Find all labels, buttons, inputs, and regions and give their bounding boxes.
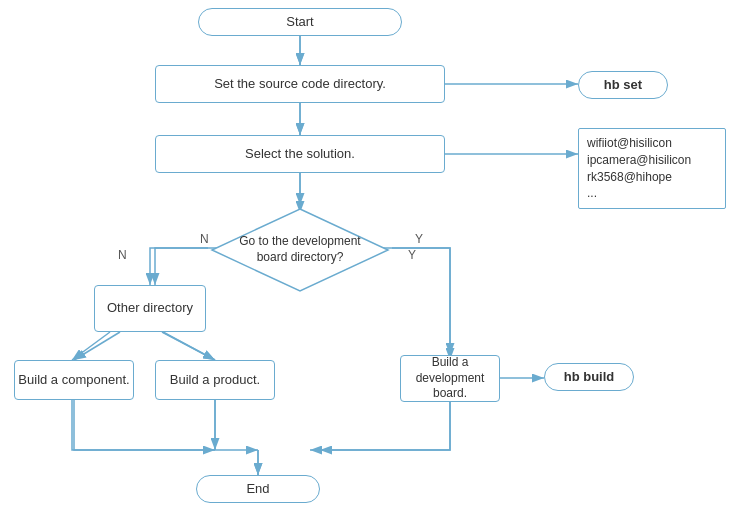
svg-line-16 <box>162 332 215 360</box>
hb-build-label: hb build <box>564 369 615 386</box>
note-line-3: rk3568@hihope <box>587 169 717 186</box>
svg-line-4 <box>72 332 110 360</box>
svg-line-5 <box>163 332 215 360</box>
y-branch-label: Y <box>408 248 416 262</box>
decision-label: Go to the development board directory? <box>228 234 372 265</box>
end-label: End <box>246 481 269 498</box>
select-solution-label: Select the solution. <box>245 146 355 163</box>
start-label: Start <box>286 14 313 31</box>
other-directory-node: Other directory <box>94 285 206 332</box>
solutions-note: wifiiot@hisilicon ipcamera@hisilicon rk3… <box>578 128 726 209</box>
other-directory-label: Other directory <box>107 300 193 317</box>
select-solution-node: Select the solution. <box>155 135 445 173</box>
build-product-node: Build a product. <box>155 360 275 400</box>
note-line-2: ipcamera@hisilicon <box>587 152 717 169</box>
hb-set-node: hb set <box>578 71 668 99</box>
build-product-label: Build a product. <box>170 372 260 389</box>
build-dev-board-node: Build a development board. <box>400 355 500 402</box>
note-line-1: wifiiot@hisilicon <box>587 135 717 152</box>
note-line-4: ... <box>587 185 717 202</box>
end-node: End <box>196 475 320 503</box>
hb-build-node: hb build <box>544 363 634 391</box>
set-source-node: Set the source code directory. <box>155 65 445 103</box>
build-component-node: Build a component. <box>14 360 134 400</box>
build-dev-board-label: Build a development board. <box>401 355 499 402</box>
y-label: Y <box>415 232 423 246</box>
n-branch-label: N <box>118 248 127 262</box>
build-component-label: Build a component. <box>18 372 129 389</box>
flowchart-diagram: N Y Start Set the source code directory.… <box>0 0 735 523</box>
decision-node: Go to the development board directory? <box>208 205 392 295</box>
hb-set-label: hb set <box>604 77 642 94</box>
start-node: Start <box>198 8 402 36</box>
set-source-label: Set the source code directory. <box>214 76 386 93</box>
svg-line-15 <box>74 332 120 360</box>
